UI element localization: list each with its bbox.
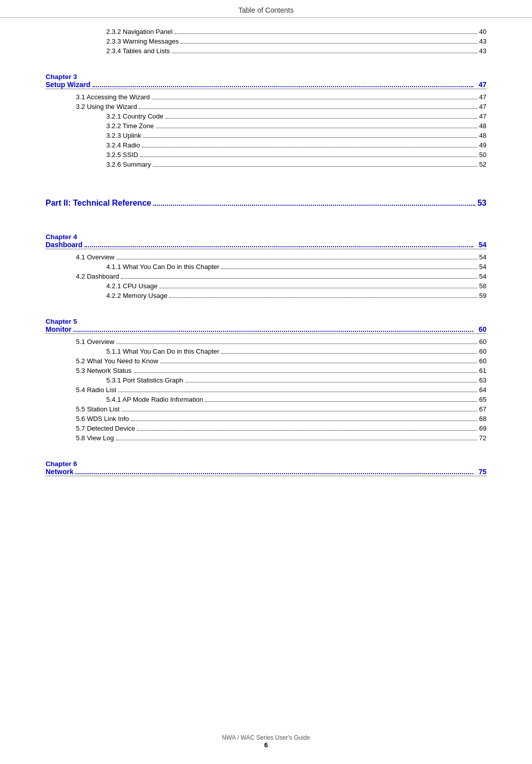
toc-entry-4-1: 4.1 Overview 54	[46, 253, 486, 261]
toc-entry-2-3-3: 2.3.3 Warning Messages 43	[46, 37, 486, 45]
toc-dots-3-2-2	[156, 128, 477, 128]
toc-title-3-2: 3.2 Using the Wizard	[76, 103, 137, 110]
toc-dots-2-3-3	[181, 43, 477, 44]
toc-dots-5-7	[137, 430, 477, 431]
toc-dots-4-1-1	[221, 269, 477, 269]
toc-title-3-1: 3.1 Accessing the Wizard	[76, 93, 150, 101]
toc-dots-3-2-3	[143, 137, 477, 138]
toc-dots-5-2	[160, 363, 477, 363]
toc-entry-3-2-4: 3.2.4 Radio 49	[46, 141, 486, 149]
chapter4-title-line: Dashboard 54	[46, 241, 486, 249]
toc-page-5-4-1: 65	[479, 396, 486, 403]
toc-dots-5-6	[131, 421, 477, 421]
toc-dots-4-2	[121, 278, 477, 279]
part2-heading: Part II: Technical Reference 53	[46, 199, 486, 208]
toc-entry-5-6: 5.6 WDS Link Info 68	[46, 415, 486, 423]
toc-entry-3-1: 3.1 Accessing the Wizard 47	[46, 93, 486, 101]
toc-dots-5-1	[116, 343, 477, 344]
toc-page-4-1-1: 54	[479, 263, 486, 271]
chapter4-page: 54	[475, 241, 486, 249]
toc-title-2-3-4: 2.3.4 Tables and Lists	[106, 47, 170, 55]
toc-page-5-3-1: 63	[479, 376, 486, 384]
toc-page-4-1: 54	[479, 253, 486, 261]
toc-title-3-2-2: 3.2.2 Time Zone	[106, 122, 154, 130]
toc-dots-5-4	[118, 392, 477, 392]
toc-title-5-1: 5.1 Overview	[76, 338, 114, 346]
chapter4-dots	[85, 246, 473, 247]
toc-entry-5-2: 5.2 What You Need to Know 60	[46, 357, 486, 365]
toc-entry-2-3-4: 2.3.4 Tables and Lists 43	[46, 47, 486, 55]
toc-dots-2-3-4	[172, 53, 477, 53]
chapter6-title-line: Network 75	[46, 468, 486, 476]
toc-page-3-2-5: 50	[479, 151, 486, 159]
toc-page-3-1: 47	[479, 93, 486, 101]
pre-entries: 2.3.2 Navigation Panel 40 2.3.3 Warning …	[46, 28, 486, 55]
toc-title-4-1: 4.1 Overview	[76, 253, 114, 261]
toc-page-5-2: 60	[479, 357, 486, 365]
toc-dots-4-2-1	[159, 288, 477, 288]
chapter6-page: 75	[475, 468, 486, 476]
toc-title-3-2-4: 3.2.4 Radio	[106, 141, 140, 149]
toc-title-4-2-2: 4.2.2 Memory Usage	[106, 292, 168, 299]
toc-page-3-2-1: 47	[479, 112, 486, 120]
toc-title-2-3-2: 2.3.2 Navigation Panel	[106, 28, 173, 35]
toc-entry-4-2-2: 4.2.2 Memory Usage 59	[46, 292, 486, 299]
toc-entry-5-1-1: 5.1.1 What You Can Do in this Chapter 60	[46, 348, 486, 355]
chapter4-entries: 4.1 Overview 54 4.1.1 What You Can Do in…	[46, 253, 486, 299]
toc-title-5-3: 5.3 Network Status	[76, 367, 132, 374]
toc-entry-3-2-1: 3.2.1 Country Code 47	[46, 112, 486, 120]
toc-dots-3-2-6	[153, 166, 477, 167]
toc-dots-2-3-2	[175, 33, 477, 34]
toc-entry-5-7: 5.7 Detected Device 69	[46, 425, 486, 432]
toc-page-5-7: 69	[479, 425, 486, 432]
toc-dots-3-2-4	[142, 147, 477, 147]
toc-page-4-2-1: 58	[479, 282, 486, 290]
toc-page-2-3-2: 40	[479, 28, 486, 35]
toc-dots-3-2-5	[140, 157, 477, 157]
toc-title-3-2-1: 3.2.1 Country Code	[106, 112, 163, 120]
toc-entry-5-3-1: 5.3.1 Port Statistics Graph 63	[46, 376, 486, 384]
toc-dots-5-1-1	[221, 353, 477, 354]
toc-title-3-2-6: 3.2.6 Summary	[106, 161, 151, 168]
chapter3-title: Setup Wizard	[46, 81, 91, 89]
toc-entry-2-3-2: 2.3.2 Navigation Panel 40	[46, 28, 486, 35]
chapter6-title: Network	[46, 468, 73, 476]
part2-title: Part II: Technical Reference	[46, 199, 151, 208]
toc-page-2-3-3: 43	[479, 37, 486, 45]
toc-entry-3-2-3: 3.2.3 Uplink 48	[46, 132, 486, 139]
toc-title-4-2: 4.2 Dashboard	[76, 273, 119, 280]
toc-title-5-7: 5.7 Detected Device	[76, 425, 135, 432]
toc-title-5-1-1: 5.1.1 What You Can Do in this Chapter	[106, 348, 219, 355]
toc-entry-3-2-6: 3.2.6 Summary 52	[46, 161, 486, 168]
toc-title-5-4-1: 5.4.1 AP Mode Radio Information	[106, 396, 203, 403]
toc-page-5-6: 68	[479, 415, 486, 423]
toc-page-5-5: 67	[479, 405, 486, 413]
chapter3-page: 47	[475, 81, 486, 89]
chapter6-heading: Chapter 6 Network 75	[46, 460, 486, 476]
toc-entry-5-3: 5.3 Network Status 61	[46, 367, 486, 374]
toc-page-3-2: 47	[479, 103, 486, 110]
part2-dots	[153, 205, 476, 206]
toc-page-3-2-2: 48	[479, 122, 486, 130]
part2-title-line: Part II: Technical Reference 53	[46, 199, 486, 208]
toc-dots-4-2-2	[170, 297, 477, 298]
toc-page-5-4: 64	[479, 386, 486, 394]
chapter5-title-line: Monitor 60	[46, 325, 486, 334]
chapter3-title-line: Setup Wizard 47	[46, 81, 486, 89]
toc-dots-5-3-1	[185, 382, 477, 383]
chapter5-heading: Chapter 5 Monitor 60	[46, 318, 486, 334]
toc-entry-5-4: 5.4 Radio List 64	[46, 386, 486, 394]
toc-title-5-2: 5.2 What You Need to Know	[76, 357, 158, 365]
chapter5-dots	[73, 331, 473, 332]
chapter3-heading: Chapter 3 Setup Wizard 47	[46, 73, 486, 89]
chapter3-dots	[93, 86, 474, 87]
toc-page-3-2-3: 48	[479, 132, 486, 139]
chapter4-label: Chapter 4	[46, 233, 486, 241]
toc-page-5-8: 72	[479, 434, 486, 442]
chapter5-entries: 5.1 Overview 60 5.1.1 What You Can Do in…	[46, 338, 486, 442]
page-footer: NWA / WAC Series User's Guide 6	[0, 734, 532, 749]
toc-title-3-2-3: 3.2.3 Uplink	[106, 132, 141, 139]
toc-entry-5-1: 5.1 Overview 60	[46, 338, 486, 346]
toc-dots-3-2-1	[166, 118, 477, 119]
footer-text: NWA / WAC Series User's Guide	[0, 734, 532, 741]
